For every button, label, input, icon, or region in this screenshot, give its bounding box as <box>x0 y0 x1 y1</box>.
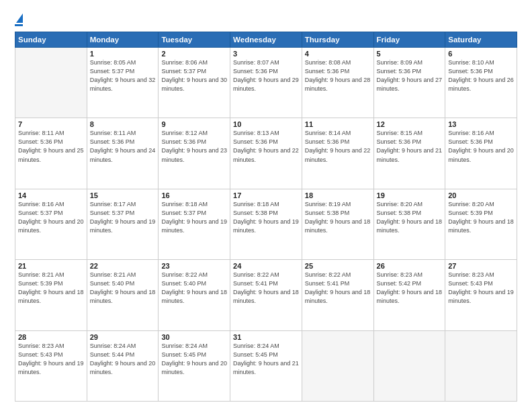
day-number: 12 <box>377 120 443 128</box>
page: SundayMondayTuesdayWednesdayThursdayFrid… <box>0 0 532 411</box>
weekday-header: Thursday <box>302 32 373 48</box>
day-number: 15 <box>90 191 156 199</box>
day-info: Sunrise: 8:12 AMSunset: 5:36 PMDaylight:… <box>161 129 227 164</box>
calendar-cell: 25Sunrise: 8:22 AMSunset: 5:41 PMDayligh… <box>302 260 373 330</box>
day-number: 24 <box>233 262 299 270</box>
day-number: 22 <box>90 262 156 270</box>
day-number: 6 <box>448 50 514 58</box>
day-number: 20 <box>448 191 514 199</box>
day-info: Sunrise: 8:10 AMSunset: 5:36 PMDaylight:… <box>448 58 514 93</box>
day-info: Sunrise: 8:19 AMSunset: 5:38 PMDaylight:… <box>305 200 371 235</box>
day-info: Sunrise: 8:16 AMSunset: 5:36 PMDaylight:… <box>448 129 514 164</box>
day-info: Sunrise: 8:24 AMSunset: 5:45 PMDaylight:… <box>161 342 227 377</box>
day-info: Sunrise: 8:07 AMSunset: 5:36 PMDaylight:… <box>233 58 299 93</box>
day-number: 4 <box>305 50 371 58</box>
day-info: Sunrise: 8:22 AMSunset: 5:41 PMDaylight:… <box>305 271 371 306</box>
calendar-cell <box>15 48 87 118</box>
calendar-cell: 13Sunrise: 8:16 AMSunset: 5:36 PMDayligh… <box>445 118 517 189</box>
day-number: 17 <box>233 191 299 199</box>
day-info: Sunrise: 8:17 AMSunset: 5:37 PMDaylight:… <box>90 200 156 235</box>
day-info: Sunrise: 8:09 AMSunset: 5:36 PMDaylight:… <box>377 58 443 93</box>
calendar-cell: 7Sunrise: 8:11 AMSunset: 5:36 PMDaylight… <box>15 118 87 189</box>
day-info: Sunrise: 8:08 AMSunset: 5:36 PMDaylight:… <box>305 58 371 93</box>
calendar-cell: 6Sunrise: 8:10 AMSunset: 5:36 PMDaylight… <box>445 48 517 118</box>
day-info: Sunrise: 8:21 AMSunset: 5:39 PMDaylight:… <box>18 271 84 306</box>
day-number: 27 <box>448 262 514 270</box>
day-number: 18 <box>305 191 371 199</box>
day-info: Sunrise: 8:16 AMSunset: 5:37 PMDaylight:… <box>18 200 84 235</box>
day-info: Sunrise: 8:05 AMSunset: 5:37 PMDaylight:… <box>90 58 156 93</box>
calendar-table: SundayMondayTuesdayWednesdayThursdayFrid… <box>15 32 517 402</box>
calendar-cell: 1Sunrise: 8:05 AMSunset: 5:37 PMDaylight… <box>87 48 159 118</box>
day-number: 13 <box>448 120 514 128</box>
day-info: Sunrise: 8:06 AMSunset: 5:37 PMDaylight:… <box>161 58 227 93</box>
calendar-cell <box>302 330 373 401</box>
calendar-cell: 26Sunrise: 8:23 AMSunset: 5:42 PMDayligh… <box>373 260 445 330</box>
day-number: 11 <box>305 120 371 128</box>
calendar-cell: 29Sunrise: 8:24 AMSunset: 5:44 PMDayligh… <box>87 330 159 401</box>
calendar-cell: 5Sunrise: 8:09 AMSunset: 5:36 PMDaylight… <box>373 48 445 118</box>
calendar-cell: 24Sunrise: 8:22 AMSunset: 5:41 PMDayligh… <box>230 260 302 330</box>
day-info: Sunrise: 8:23 AMSunset: 5:42 PMDaylight:… <box>377 271 443 306</box>
day-info: Sunrise: 8:14 AMSunset: 5:36 PMDaylight:… <box>305 129 371 164</box>
day-info: Sunrise: 8:11 AMSunset: 5:36 PMDaylight:… <box>18 129 84 164</box>
calendar-cell <box>445 330 517 401</box>
day-info: Sunrise: 8:18 AMSunset: 5:37 PMDaylight:… <box>161 200 227 235</box>
calendar-cell: 11Sunrise: 8:14 AMSunset: 5:36 PMDayligh… <box>302 118 373 189</box>
calendar-cell: 19Sunrise: 8:20 AMSunset: 5:38 PMDayligh… <box>373 189 445 259</box>
calendar-cell: 3Sunrise: 8:07 AMSunset: 5:36 PMDaylight… <box>230 48 302 118</box>
weekday-header: Tuesday <box>159 32 230 48</box>
day-info: Sunrise: 8:20 AMSunset: 5:39 PMDaylight:… <box>448 200 514 235</box>
logo <box>15 13 23 26</box>
day-info: Sunrise: 8:13 AMSunset: 5:36 PMDaylight:… <box>233 129 299 164</box>
day-number: 2 <box>161 50 227 58</box>
calendar-cell: 15Sunrise: 8:17 AMSunset: 5:37 PMDayligh… <box>87 189 159 259</box>
day-number: 29 <box>90 333 156 341</box>
day-info: Sunrise: 8:22 AMSunset: 5:40 PMDaylight:… <box>161 271 227 306</box>
calendar-cell: 27Sunrise: 8:23 AMSunset: 5:43 PMDayligh… <box>445 260 517 330</box>
day-number: 3 <box>233 50 299 58</box>
calendar-cell: 10Sunrise: 8:13 AMSunset: 5:36 PMDayligh… <box>230 118 302 189</box>
day-number: 9 <box>161 120 227 128</box>
day-number: 10 <box>233 120 299 128</box>
day-number: 26 <box>377 262 443 270</box>
day-number: 19 <box>377 191 443 199</box>
weekday-header: Saturday <box>445 32 517 48</box>
day-number: 23 <box>161 262 227 270</box>
calendar-cell: 31Sunrise: 8:24 AMSunset: 5:45 PMDayligh… <box>230 330 302 401</box>
calendar-cell: 21Sunrise: 8:21 AMSunset: 5:39 PMDayligh… <box>15 260 87 330</box>
calendar-cell: 16Sunrise: 8:18 AMSunset: 5:37 PMDayligh… <box>159 189 230 259</box>
calendar-cell: 20Sunrise: 8:20 AMSunset: 5:39 PMDayligh… <box>445 189 517 259</box>
day-number: 14 <box>18 191 84 199</box>
day-number: 16 <box>161 191 227 199</box>
calendar-cell: 8Sunrise: 8:11 AMSunset: 5:36 PMDaylight… <box>87 118 159 189</box>
day-info: Sunrise: 8:23 AMSunset: 5:43 PMDaylight:… <box>18 342 84 377</box>
day-info: Sunrise: 8:22 AMSunset: 5:41 PMDaylight:… <box>233 271 299 306</box>
day-info: Sunrise: 8:23 AMSunset: 5:43 PMDaylight:… <box>448 271 514 306</box>
day-info: Sunrise: 8:24 AMSunset: 5:45 PMDaylight:… <box>233 342 299 377</box>
day-info: Sunrise: 8:15 AMSunset: 5:36 PMDaylight:… <box>377 129 443 164</box>
weekday-header: Friday <box>373 32 445 48</box>
day-number: 25 <box>305 262 371 270</box>
day-info: Sunrise: 8:20 AMSunset: 5:38 PMDaylight:… <box>377 200 443 235</box>
calendar-cell: 17Sunrise: 8:18 AMSunset: 5:38 PMDayligh… <box>230 189 302 259</box>
logo-underline <box>15 24 23 26</box>
day-number: 5 <box>377 50 443 58</box>
day-number: 1 <box>90 50 156 58</box>
day-info: Sunrise: 8:21 AMSunset: 5:40 PMDaylight:… <box>90 271 156 306</box>
day-info: Sunrise: 8:11 AMSunset: 5:36 PMDaylight:… <box>90 129 156 164</box>
calendar-cell: 14Sunrise: 8:16 AMSunset: 5:37 PMDayligh… <box>15 189 87 259</box>
day-number: 21 <box>18 262 84 270</box>
calendar-cell: 12Sunrise: 8:15 AMSunset: 5:36 PMDayligh… <box>373 118 445 189</box>
day-number: 7 <box>18 120 84 128</box>
day-info: Sunrise: 8:18 AMSunset: 5:38 PMDaylight:… <box>233 200 299 235</box>
day-number: 31 <box>233 333 299 341</box>
calendar-cell: 28Sunrise: 8:23 AMSunset: 5:43 PMDayligh… <box>15 330 87 401</box>
weekday-header: Wednesday <box>230 32 302 48</box>
weekday-header: Monday <box>87 32 159 48</box>
weekday-header: Sunday <box>15 32 87 48</box>
calendar-cell: 4Sunrise: 8:08 AMSunset: 5:36 PMDaylight… <box>302 48 373 118</box>
calendar-cell: 9Sunrise: 8:12 AMSunset: 5:36 PMDaylight… <box>159 118 230 189</box>
calendar-cell: 2Sunrise: 8:06 AMSunset: 5:37 PMDaylight… <box>159 48 230 118</box>
calendar-cell <box>373 330 445 401</box>
